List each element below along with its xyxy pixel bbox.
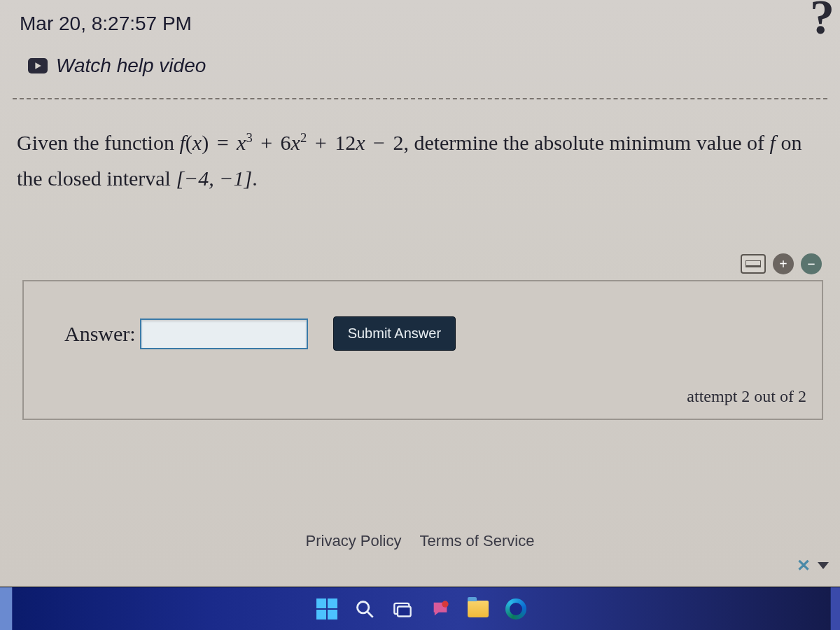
windows-taskbar	[0, 587, 840, 630]
watch-help-link[interactable]: Watch help video	[56, 55, 206, 77]
answer-label: Answer:	[64, 322, 136, 346]
taskbar-center	[13, 598, 830, 620]
chat-icon[interactable]	[429, 598, 451, 620]
function-expression: f(x) = x3 + 6x2 + 12x − 2	[179, 131, 403, 154]
function-letter: f	[770, 131, 776, 154]
timestamp: Mar 20, 8:27:57 PM	[0, 0, 840, 35]
svg-marker-0	[35, 62, 41, 69]
zoom-out-icon[interactable]: −	[801, 253, 822, 274]
answer-input[interactable]	[140, 318, 308, 349]
question-mid: , determine the absolute minimum value o…	[403, 131, 769, 154]
edge-browser-icon[interactable]	[505, 598, 527, 620]
question-text: Given the function f(x) = x3 + 6x2 + 12x…	[0, 99, 840, 196]
file-explorer-icon[interactable]	[467, 598, 489, 620]
footer-links: Privacy Policy Terms of Service	[0, 532, 840, 550]
terms-of-service-link[interactable]: Terms of Service	[420, 532, 535, 550]
svg-point-1	[358, 601, 369, 612]
watch-help-row: Watch help video	[0, 35, 840, 77]
submit-answer-button[interactable]: Submit Answer	[333, 316, 456, 351]
svg-line-2	[368, 611, 373, 617]
svg-rect-4	[398, 606, 411, 616]
keyboard-icon[interactable]	[741, 254, 766, 274]
panel-tools: + −	[741, 253, 822, 279]
svg-point-5	[442, 601, 448, 607]
close-icon[interactable]: ✕	[797, 556, 811, 575]
taskbar-right-edge[interactable]	[830, 587, 840, 631]
question-lead: Given the function	[17, 131, 179, 154]
answer-panel: + − Answer: Submit Answer attempt 2 out …	[22, 280, 823, 420]
taskbar-widgets-button[interactable]	[0, 587, 13, 631]
answer-row: Answer: Submit Answer	[39, 297, 806, 358]
task-view-icon[interactable]	[391, 598, 414, 620]
start-button[interactable]	[316, 598, 338, 620]
privacy-policy-link[interactable]: Privacy Policy	[306, 532, 402, 550]
page-corner-controls: ✕	[797, 556, 829, 575]
zoom-in-icon[interactable]: +	[773, 253, 794, 274]
play-icon[interactable]	[28, 58, 48, 74]
attempt-counter: attempt 2 out of 2	[39, 358, 806, 406]
interval: [−4, −1]	[176, 167, 252, 190]
help-icon[interactable]: ?	[810, 0, 834, 42]
problem-page: ? Mar 20, 8:27:57 PM Watch help video Gi…	[0, 0, 840, 587]
chevron-down-icon[interactable]	[818, 562, 829, 569]
windows-logo-icon	[316, 598, 337, 620]
search-icon[interactable]	[354, 598, 376, 620]
